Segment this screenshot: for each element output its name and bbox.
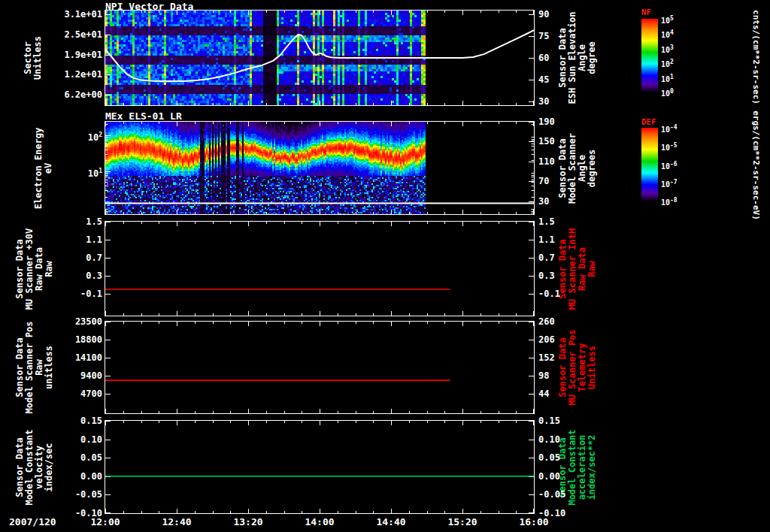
- colorbar-tick-label: 102: [661, 59, 674, 68]
- y-tick-label-left: 102: [88, 131, 102, 142]
- y-tick-label-right: 30: [538, 97, 549, 106]
- nf-colorbar: [641, 19, 658, 92]
- y-tick-label-right: 0.00: [538, 472, 560, 481]
- els-spectrogram-canvas: [105, 122, 534, 214]
- def-colorbar: [641, 128, 658, 201]
- model-constant-velocity-canvas: [105, 421, 534, 513]
- y-tick-label-left: 4700: [80, 389, 102, 398]
- y-tick-label-left: 0.3: [86, 271, 102, 280]
- y-tick-label-left: 1.2e+01: [64, 70, 102, 79]
- y-tick-label-left: 6.2e+00: [64, 90, 102, 99]
- y-tick-label-right: 90: [538, 10, 549, 19]
- y-tick-label-left: 0.15: [80, 416, 102, 425]
- y-tick-label-left: 3.1e+01: [64, 10, 102, 19]
- y-tick-label-right: 260: [538, 317, 555, 326]
- y-tick-label-right: 75: [538, 32, 549, 41]
- colorbar-tick-label: 10-6: [661, 161, 678, 171]
- y-tick-label-right: 150: [538, 137, 555, 146]
- y-tick-label-right: 98: [538, 371, 549, 380]
- y-tick-label-right: 0.05: [538, 453, 560, 462]
- left-axis-title-mu-scanner-30v: Sensor Data MU Scanner +30V Raw Data Raw: [15, 228, 54, 310]
- y-tick-label-right: 152: [538, 353, 555, 362]
- y-tick-label-right: 44: [538, 389, 549, 398]
- model-scanner-pos-canvas: [105, 322, 534, 413]
- colorbar-tick-label: 101: [661, 74, 674, 83]
- nf-colorbar-label: NF: [641, 8, 651, 17]
- y-tick-label-left: 0.7: [86, 253, 102, 262]
- panel-model-scanner-pos: [105, 321, 535, 414]
- colorbar-tick-label: 103: [661, 44, 674, 54]
- y-tick-label-right: 0.10: [538, 435, 560, 444]
- x-tick-label: 14:00: [293, 516, 346, 527]
- colorbar-tick-label: 10-4: [661, 124, 678, 134]
- nf-colorbar-unit: cnts/(cm**2-sr-sec): [751, 10, 761, 104]
- y-tick-label-left: 1.5: [86, 217, 102, 226]
- right-axis-title-mu-scanner-pos: Sensor Data MU Scanner Pos Telemetry Uni…: [558, 329, 597, 405]
- y-tick-label-left: -0.1: [80, 289, 102, 298]
- y-tick-label-right: 206: [538, 335, 555, 344]
- right-axis-title-sun-elevation: Sensor Data ESH Sun Elevation Angle degr…: [558, 12, 597, 104]
- y-tick-label-left: 0.00: [80, 472, 102, 481]
- y-tick-label-left: -0.05: [75, 490, 102, 499]
- y-tick-label-right: 1.1: [538, 235, 555, 244]
- y-tick-label-right: 110: [538, 157, 555, 166]
- x-tick-label: 16:00: [508, 516, 560, 527]
- def-colorbar-unit: ergs/(cm**2-sr-sec-eV): [751, 110, 761, 220]
- x-tick-label: 15:20: [436, 516, 489, 527]
- y-tick-label-left: 9400: [80, 371, 102, 380]
- colorbar-tick-label: 100: [661, 88, 674, 98]
- npi-spectrogram-canvas: [105, 11, 534, 105]
- x-tick-label: 12:00: [79, 516, 132, 527]
- y-tick-label-right: 45: [538, 75, 549, 84]
- colorbar-tick-label: 10-8: [661, 197, 678, 207]
- x-tick-label: 13:20: [222, 516, 274, 527]
- y-tick-label-left: 23500: [75, 317, 102, 326]
- y-tick-label-right: 70: [538, 177, 549, 186]
- y-tick-label-right: 1.5: [538, 217, 555, 226]
- y-tick-label-left: 1.1: [86, 235, 102, 244]
- y-tick-label-right: -0.1: [538, 289, 560, 298]
- mu-scanner-30v-canvas: [105, 222, 534, 316]
- panel-npi-spectrogram: [105, 10, 535, 106]
- right-axis-title-mu-scanner-inth: Sensor Data MU Scanner IntH Raw Data Raw: [558, 228, 597, 310]
- y-tick-label-left: 101: [88, 167, 102, 178]
- colorbar-tick-label: 10-7: [661, 179, 678, 189]
- y-tick-label-left: 1.9e+01: [64, 50, 102, 59]
- panel-els-spectrogram: [105, 121, 535, 215]
- def-colorbar-label: DEF: [641, 117, 656, 127]
- panel-mu-scanner-30v: [105, 221, 535, 316]
- y-tick-label-left: 0.10: [80, 435, 102, 444]
- right-axis-title-scanner-angle: Sensor Data Model Scanner Angle degrees: [558, 133, 597, 204]
- y-tick-label-left: 18800: [75, 335, 102, 344]
- y-tick-label-right: -0.05: [538, 490, 565, 499]
- panel-title-els: MEx ELS-01 LR: [105, 110, 182, 122]
- y-tick-label-right: 0.15: [538, 416, 560, 425]
- colorbar-tick-label: 105: [661, 15, 674, 25]
- spectrogram-dashboard: NPI Vector Data MEx ELS-01 LR Sector Uni…: [0, 0, 770, 532]
- left-axis-title-model-constant-velocity: Sensor Data Model Constant velocity inde…: [15, 429, 54, 505]
- x-tick-label: 12:40: [150, 516, 203, 527]
- x-tick-label: 14:40: [365, 516, 417, 527]
- left-axis-title-electron-energy: Electron Energy eV: [34, 128, 53, 209]
- y-tick-label-right: 0.7: [538, 253, 555, 262]
- panel-model-constant-velocity: [105, 420, 535, 514]
- colorbar-tick-label: 10-5: [661, 142, 678, 152]
- y-tick-label-right: 190: [538, 117, 555, 126]
- y-tick-label-right: 60: [538, 53, 549, 62]
- y-tick-label-left: 14100: [75, 353, 102, 362]
- y-tick-label-right: 30: [538, 197, 549, 206]
- y-tick-label-left: 2.5e+01: [64, 30, 102, 39]
- y-tick-label-right: 0.3: [538, 271, 555, 280]
- left-axis-title-model-scanner-pos: Sensor Data Model Scanner Pos Raw unitle…: [15, 322, 54, 414]
- y-tick-label-left: 0.05: [80, 453, 102, 462]
- date-label: 2007/120: [9, 516, 56, 527]
- colorbar-tick-label: 104: [661, 29, 674, 39]
- left-axis-title-sector: Sector Unitless: [23, 36, 43, 80]
